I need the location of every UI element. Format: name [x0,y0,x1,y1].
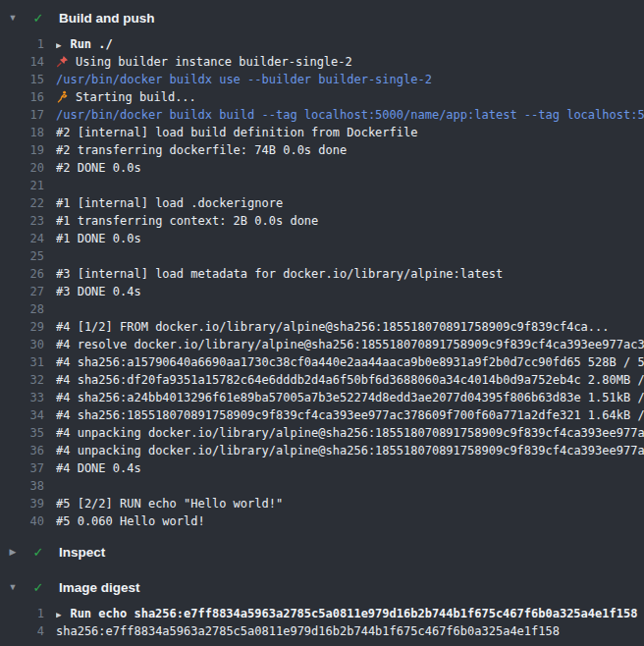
log-text-content: #1 [internal] load .dockerignore [56,196,283,210]
log-text-content: #4 unpacking docker.io/library/alpine@sh… [56,444,644,458]
log-line: 36#4 unpacking docker.io/library/alpine@… [0,442,644,459]
line-number[interactable]: 34 [0,406,44,424]
log-text: #1 [internal] load .dockerignore [56,194,644,212]
success-check-icon: ✓ [30,545,46,560]
log-text-content: #4 [1/2] FROM docker.io/library/alpine@s… [56,320,610,334]
run-group-toggle-icon[interactable]: ▶ [56,610,61,619]
line-number[interactable]: 30 [0,336,44,353]
log-text: ▶Run ./ [56,35,644,53]
line-number[interactable]: 4 [0,622,44,640]
line-number[interactable]: 32 [0,371,44,389]
workflow-log-panel: ▼✓Build and push1▶Run ./14Using builder … [0,0,644,646]
line-number[interactable]: 21 [0,177,44,194]
section-title: Image digest [59,580,140,595]
log-text-content: #3 DONE 0.4s [56,285,141,298]
line-number[interactable]: 39 [0,495,44,512]
line-number[interactable]: 25 [0,247,44,265]
log-line: 25 [0,247,644,265]
log-text: #4 sha256:df20fa9351a15782c64e6dddb2d4a6… [56,371,644,389]
line-number[interactable]: 40 [0,512,44,530]
runner-icon [56,90,70,103]
section-log-lines: 1▶Run echo sha256:e7ff8834a5963a2785c5a0… [0,605,644,644]
line-number[interactable]: 28 [0,300,44,318]
line-number[interactable]: 18 [0,124,44,141]
line-number[interactable]: 1 [0,605,44,622]
log-text: #1 DONE 0.0s [56,230,644,247]
log-line: 26#3 [internal] load metadata for docker… [0,265,644,283]
log-text: #5 0.060 Hello world! [56,512,644,530]
log-line: 27#3 DONE 0.4s [0,283,644,300]
line-number[interactable]: 27 [0,283,44,300]
log-text-content: #4 resolve docker.io/library/alpine@sha2… [56,338,644,351]
log-text: #4 sha256:a15790640a6690aa1730c38cf0a440… [56,353,644,371]
chevron-down-icon[interactable]: ▼ [7,13,19,23]
log-text: #2 DONE 0.0s [56,159,644,177]
line-number[interactable]: 19 [0,141,44,159]
log-text: #4 [1/2] FROM docker.io/library/alpine@s… [56,318,644,336]
log-text: #3 DONE 0.4s [56,283,644,300]
log-line: 14Using builder instance builder-single-… [0,53,644,71]
log-text-content: #5 0.060 Hello world! [56,514,205,528]
line-number[interactable]: 24 [0,230,44,247]
log-text [56,300,644,318]
log-text-content: /usr/bin/docker buildx use --builder bui… [56,73,432,86]
log-text: #4 DONE 0.4s [56,459,644,477]
log-section-inspect: ▶✓Inspect [0,534,644,569]
line-number[interactable]: 1 [0,35,44,53]
run-group-toggle-icon[interactable]: ▶ [56,40,61,50]
log-text: Starting build... [56,88,644,106]
log-line: 28 [0,300,644,318]
line-number[interactable]: 26 [0,265,44,283]
log-line: 22#1 [internal] load .dockerignore [0,194,644,212]
line-number[interactable]: 15 [0,71,44,88]
log-line: 37#4 DONE 0.4s [0,459,644,477]
line-number[interactable]: 38 [0,477,44,495]
line-number[interactable]: 23 [0,212,44,230]
line-number[interactable]: 20 [0,159,44,177]
log-text-content: #1 transferring context: 2B 0.0s done [56,214,318,228]
line-number[interactable]: 35 [0,424,44,442]
log-section-image-digest: ▼✓Image digest1▶Run echo sha256:e7ff8834… [0,569,644,644]
line-number[interactable]: 29 [0,318,44,336]
log-text [56,477,644,495]
line-number[interactable]: 37 [0,459,44,477]
chevron-down-icon[interactable]: ▼ [7,582,19,592]
log-text: /usr/bin/docker buildx use --builder bui… [56,71,644,88]
log-line: 18#2 [internal] load build definition fr… [0,124,644,141]
log-text: #4 sha256:185518070891758909c9f839cf4ca3… [56,406,644,424]
chevron-right-icon[interactable]: ▶ [7,547,19,557]
log-text-content: #3 [internal] load metadata for docker.i… [56,267,503,281]
log-text: #1 transferring context: 2B 0.0s done [56,212,644,230]
line-number[interactable]: 33 [0,389,44,406]
log-text-content: #4 sha256:a24bb4013296f61e89ba57005a7b3e… [56,391,644,404]
log-line: 33#4 sha256:a24bb4013296f61e89ba57005a7b… [0,389,644,406]
line-number[interactable]: 16 [0,88,44,106]
log-text: #5 [2/2] RUN echo "Hello world!" [56,495,644,512]
section-header-image-digest[interactable]: ▼✓Image digest [0,569,644,605]
log-line: 38 [0,477,644,495]
log-text: sha256:e7ff8834a5963a2785c5a0811e979d16b… [56,622,644,640]
section-header-inspect[interactable]: ▶✓Inspect [0,534,644,569]
log-line: 29#4 [1/2] FROM docker.io/library/alpine… [0,318,644,336]
log-line: 17/usr/bin/docker buildx build --tag loc… [0,106,644,124]
log-text-content: #2 [internal] load build definition from… [56,126,417,139]
log-line: 20#2 DONE 0.0s [0,159,644,177]
section-header-build-and-push[interactable]: ▼✓Build and push [0,0,644,35]
log-line: 40#5 0.060 Hello world! [0,512,644,530]
log-line: 23#1 transferring context: 2B 0.0s done [0,212,644,230]
log-line: 30#4 resolve docker.io/library/alpine@sh… [0,336,644,353]
log-line: 16Starting build... [0,88,644,106]
log-text: #4 unpacking docker.io/library/alpine@sh… [56,442,644,459]
log-text: #4 sha256:a24bb4013296f61e89ba57005a7b3e… [56,389,644,406]
log-line: 1▶Run ./ [0,35,644,53]
line-number[interactable]: 22 [0,194,44,212]
log-text-content: #4 sha256:185518070891758909c9f839cf4ca3… [56,408,644,422]
log-line: 21 [0,177,644,194]
log-line: 24#1 DONE 0.0s [0,230,644,247]
line-number[interactable]: 36 [0,442,44,459]
line-number[interactable]: 31 [0,353,44,371]
line-number[interactable]: 17 [0,106,44,124]
log-text-content: #5 [2/2] RUN echo "Hello world!" [56,497,283,511]
line-number[interactable]: 14 [0,53,44,71]
log-text-content: #4 unpacking docker.io/library/alpine@sh… [56,426,644,440]
